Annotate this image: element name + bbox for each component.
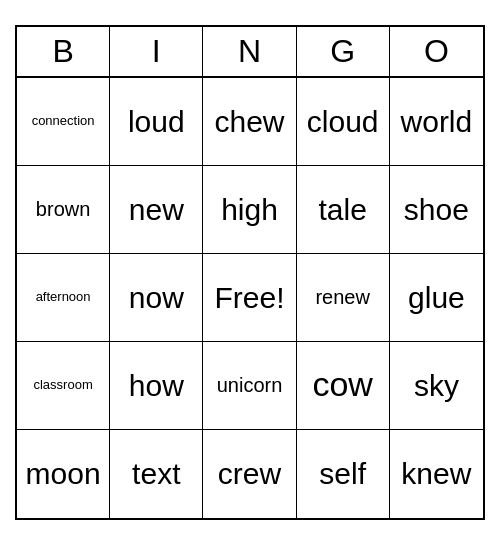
bingo-header: BINGO [17, 27, 483, 78]
cell-r4-c0: moon [17, 430, 110, 518]
header-letter-I: I [110, 27, 203, 76]
cell-text-r2-c0: afternoon [36, 290, 91, 304]
cell-r1-c3: tale [297, 166, 390, 254]
bingo-grid: connectionloudchewcloudworldbrownnewhigh… [17, 78, 483, 518]
cell-r4-c1: text [110, 430, 203, 518]
cell-text-r0-c1: loud [128, 105, 185, 138]
cell-text-r4-c0: moon [26, 457, 101, 490]
cell-r3-c4: sky [390, 342, 483, 430]
cell-text-r4-c3: self [319, 457, 366, 490]
cell-text-r3-c1: how [129, 369, 184, 402]
cell-r3-c3: cow [297, 342, 390, 430]
cell-text-r2-c4: glue [408, 281, 465, 314]
cell-text-r0-c0: connection [32, 114, 95, 128]
cell-r4-c4: knew [390, 430, 483, 518]
cell-text-r1-c3: tale [319, 193, 367, 226]
cell-text-r3-c2: unicorn [217, 374, 283, 396]
cell-text-r1-c2: high [221, 193, 278, 226]
cell-text-r0-c3: cloud [307, 105, 379, 138]
cell-text-r3-c3: cow [312, 366, 372, 403]
cell-text-r2-c1: now [129, 281, 184, 314]
cell-r2-c0: afternoon [17, 254, 110, 342]
cell-r0-c4: world [390, 78, 483, 166]
cell-text-r4-c1: text [132, 457, 180, 490]
cell-r2-c4: glue [390, 254, 483, 342]
cell-r2-c2: Free! [203, 254, 296, 342]
cell-r2-c1: now [110, 254, 203, 342]
cell-r1-c0: brown [17, 166, 110, 254]
cell-r4-c3: self [297, 430, 390, 518]
header-letter-N: N [203, 27, 296, 76]
cell-r0-c0: connection [17, 78, 110, 166]
cell-r4-c2: crew [203, 430, 296, 518]
cell-text-r1-c4: shoe [404, 193, 469, 226]
cell-text-r4-c2: crew [218, 457, 281, 490]
cell-text-r0-c2: chew [214, 105, 284, 138]
cell-r1-c1: new [110, 166, 203, 254]
cell-text-r2-c2: Free! [214, 281, 284, 314]
cell-r3-c0: classroom [17, 342, 110, 430]
cell-text-r3-c4: sky [414, 369, 459, 402]
cell-r2-c3: renew [297, 254, 390, 342]
header-letter-B: B [17, 27, 110, 76]
cell-r1-c4: shoe [390, 166, 483, 254]
cell-text-r3-c0: classroom [33, 378, 92, 392]
cell-text-r1-c1: new [129, 193, 184, 226]
cell-r1-c2: high [203, 166, 296, 254]
cell-r3-c2: unicorn [203, 342, 296, 430]
cell-text-r0-c4: world [401, 105, 473, 138]
cell-r0-c3: cloud [297, 78, 390, 166]
bingo-card: BINGO connectionloudchewcloudworldbrownn… [15, 25, 485, 520]
cell-r0-c2: chew [203, 78, 296, 166]
cell-text-r1-c0: brown [36, 198, 90, 220]
cell-text-r4-c4: knew [401, 457, 471, 490]
header-letter-O: O [390, 27, 483, 76]
cell-r3-c1: how [110, 342, 203, 430]
header-letter-G: G [297, 27, 390, 76]
cell-text-r2-c3: renew [315, 286, 369, 308]
cell-r0-c1: loud [110, 78, 203, 166]
